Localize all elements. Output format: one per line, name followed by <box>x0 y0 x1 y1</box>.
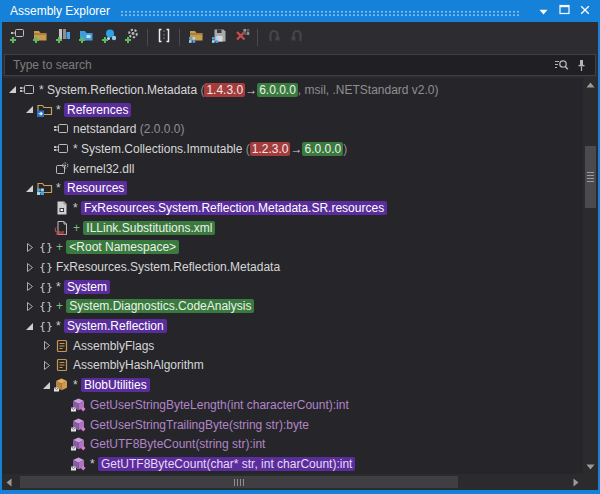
titlebar[interactable]: Assembly Explorer <box>2 0 598 22</box>
tree-row[interactable]: AssemblyFlags <box>2 336 583 356</box>
tree-expander-open-icon[interactable] <box>23 104 35 116</box>
tree-row[interactable]: * Resources <box>2 178 583 198</box>
tree-label-segment: * <box>73 142 81 156</box>
tree-expander-open-icon[interactable] <box>23 182 35 194</box>
tree-row[interactable]: * BlobUtilities <box>2 375 583 395</box>
window-position-button[interactable] <box>534 3 552 20</box>
tree-row[interactable]: * System.Collections.Immutable (1.2.3.0→… <box>2 139 583 159</box>
tree-row[interactable]: GetUTF8ByteCount(string str):int <box>2 434 583 454</box>
open-assembly-button[interactable] <box>5 26 28 49</box>
search-input[interactable] <box>11 57 551 73</box>
tree-row[interactable]: {}+ System.Diagnostics.CodeAnalysis <box>2 297 583 317</box>
tree-row[interactable]: GetUserStringTrailingByte(string str):by… <box>2 415 583 435</box>
tree-row[interactable]: {}FxResources.System.Reflection.Metadata <box>2 257 583 277</box>
tree-label-segment: 6.0.0.0 <box>257 83 298 97</box>
class-icon <box>53 377 70 393</box>
sort-assemblies-button[interactable] <box>152 26 175 49</box>
tree-expander-closed-icon[interactable] <box>23 261 35 273</box>
tree-label-segment: AssemblyFlags <box>73 339 154 353</box>
tree-expander-closed-icon[interactable] <box>23 241 35 253</box>
enum-icon <box>53 357 70 373</box>
vertical-scrollbar[interactable] <box>583 78 598 474</box>
tree-row[interactable]: GetUserStringByteLength(int characterCou… <box>2 395 583 415</box>
tree-expander-open-icon[interactable] <box>40 379 52 391</box>
tree-expander-spacer <box>40 123 52 135</box>
tree-row[interactable]: * GetUTF8ByteCount(char* str, int charCo… <box>2 454 583 474</box>
tree-label-segment: ) <box>343 142 347 156</box>
xml-file-icon: XML <box>53 220 70 236</box>
tree-row[interactable]: kernel32.dll <box>2 159 583 179</box>
tree-row[interactable]: {}+ <Root Namespace> <box>2 238 583 258</box>
tree-expander-spacer <box>57 458 69 470</box>
tree-label-segment: Resources <box>64 181 127 195</box>
tree-expander-closed-icon[interactable] <box>23 281 35 293</box>
method-icon <box>70 397 87 413</box>
save-all-modules-button[interactable] <box>207 26 230 49</box>
vertical-scroll-track[interactable] <box>583 92 598 460</box>
toolbar-separator <box>147 29 148 46</box>
enum-icon <box>53 338 70 354</box>
tree-expander-open-icon[interactable] <box>23 320 35 332</box>
tree-row[interactable]: * References <box>2 100 583 120</box>
tree-expander-closed-icon[interactable] <box>23 300 35 312</box>
tree-label-segment: 1.2.3.0 <box>250 142 291 156</box>
tree-expander-spacer <box>40 222 52 234</box>
tree-label-segment: * <box>90 457 98 471</box>
svg-text:XML: XML <box>56 231 66 236</box>
search-box <box>4 54 596 76</box>
tree-row[interactable]: netstandard (2.0.0.0) <box>2 119 583 139</box>
tree-expander-spacer <box>57 399 69 411</box>
tree-label-segment: * <box>56 103 64 117</box>
tree-expander-spacer <box>40 163 52 175</box>
search-icon[interactable] <box>551 56 571 74</box>
tree-expander-closed-icon[interactable] <box>40 359 52 371</box>
tree-label-segment: System.Reflection <box>64 319 167 333</box>
toolbar-separator <box>179 29 180 46</box>
reload-button[interactable] <box>262 26 285 49</box>
unload-button[interactable] <box>285 26 308 49</box>
titlebar-grip[interactable] <box>120 10 521 17</box>
tree-label-segment: kernel32.dll <box>73 162 134 176</box>
bottom-bar <box>2 474 598 490</box>
tree-expander-spacer <box>57 419 69 431</box>
scroll-right-icon[interactable] <box>569 474 583 490</box>
folder-references-icon <box>36 102 53 118</box>
open-with-options-button[interactable] <box>120 26 143 49</box>
open-module-button[interactable] <box>51 26 74 49</box>
tree-row[interactable]: {}* System <box>2 277 583 297</box>
module-icon <box>53 161 70 177</box>
tree-label-segment: System.Reflection.Metadata <box>47 83 200 97</box>
vertical-scroll-thumb[interactable] <box>585 146 596 208</box>
tree-label-segment: * <box>73 201 81 215</box>
scroll-down-icon[interactable] <box>583 460 598 474</box>
open-all-modules-button[interactable] <box>184 26 207 49</box>
horizontal-scrollbar[interactable] <box>2 474 583 490</box>
tree-expander-open-icon[interactable] <box>6 84 18 96</box>
tree-label-segment: netstandard <box>73 122 140 136</box>
horizontal-scroll-track[interactable] <box>16 474 569 490</box>
tree-row[interactable]: XML+ ILLink.Substitutions.xml <box>2 218 583 238</box>
tree-label-segment: + <box>56 240 66 254</box>
open-folder-button[interactable] <box>28 26 51 49</box>
maximize-button[interactable] <box>555 3 573 20</box>
tree-label-segment: FxResources.System.Reflection.Metadata.S… <box>81 201 387 215</box>
tree-row[interactable]: {}* System.Reflection <box>2 316 583 336</box>
horizontal-scroll-thumb[interactable] <box>20 476 458 488</box>
search-bar <box>2 52 598 78</box>
pin-icon[interactable] <box>571 56 591 74</box>
scroll-left-icon[interactable] <box>2 474 16 490</box>
tree-row[interactable]: * System.Reflection.Metadata (1.4.3.0→6.… <box>2 80 583 100</box>
close-all-modules-button[interactable] <box>230 26 253 49</box>
tree-label-segment: ILLink.Substitutions.xml <box>83 221 215 235</box>
tree-expander-closed-icon[interactable] <box>40 340 52 352</box>
open-package-folder-button[interactable] <box>74 26 97 49</box>
open-nuget-button[interactable] <box>97 26 120 49</box>
tree-row[interactable]: AssemblyHashAlgorithm <box>2 356 583 376</box>
tree-label-segment: * <box>56 280 64 294</box>
tree-label-segment: , msil, .NETStandard v2.0) <box>298 83 439 97</box>
tree-label-segment: + <box>73 221 83 235</box>
scroll-up-icon[interactable] <box>583 78 598 92</box>
tb-disabled-1-icon <box>265 27 283 48</box>
tree-row[interactable]: * FxResources.System.Reflection.Metadata… <box>2 198 583 218</box>
close-button[interactable] <box>576 3 594 20</box>
